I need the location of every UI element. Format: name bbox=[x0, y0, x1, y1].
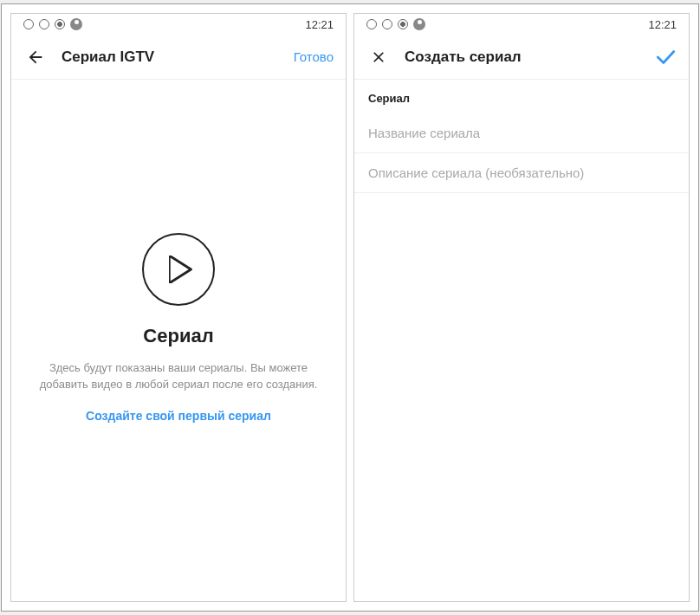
status-bar: 12:21 bbox=[354, 14, 689, 35]
status-icon bbox=[39, 19, 49, 29]
shazam-icon bbox=[413, 18, 425, 30]
status-icon bbox=[23, 19, 34, 29]
series-name-input[interactable] bbox=[354, 113, 689, 153]
app-header: Создать сериал bbox=[354, 35, 689, 80]
status-bar-icons bbox=[23, 18, 82, 30]
status-icon bbox=[398, 19, 408, 29]
play-circle-icon bbox=[142, 233, 215, 306]
form-section-label: Сериал bbox=[354, 80, 689, 113]
content-area: Сериал bbox=[354, 80, 689, 601]
status-icon bbox=[382, 19, 392, 29]
close-button[interactable] bbox=[366, 45, 391, 69]
status-time: 12:21 bbox=[305, 18, 334, 31]
status-icon bbox=[366, 19, 377, 29]
phone-screen-create-series: 12:21 Создать сериал Сериал bbox=[353, 13, 690, 602]
series-description-input[interactable] bbox=[354, 153, 689, 193]
empty-state-description: Здесь будут показаны ваши сериалы. Вы мо… bbox=[37, 359, 320, 393]
play-icon bbox=[169, 256, 193, 283]
content-area: Сериал Здесь будут показаны ваши сериалы… bbox=[11, 80, 346, 601]
page-title: Создать сериал bbox=[405, 49, 654, 66]
close-icon bbox=[370, 49, 387, 66]
empty-state-title: Сериал bbox=[143, 325, 213, 347]
status-icon bbox=[55, 19, 65, 29]
create-first-series-link[interactable]: Создайте свой первый сериал bbox=[86, 409, 271, 423]
empty-state: Сериал Здесь будут показаны ваши сериалы… bbox=[11, 54, 346, 601]
confirm-button[interactable] bbox=[654, 46, 677, 68]
shazam-icon bbox=[70, 18, 82, 30]
check-icon bbox=[654, 46, 677, 68]
phone-screen-igtv-series: 12:21 Сериал IGTV Готово Сериал Здесь бу… bbox=[10, 13, 347, 602]
status-time: 12:21 bbox=[648, 18, 677, 31]
status-bar-icons bbox=[366, 18, 425, 30]
status-bar: 12:21 bbox=[11, 14, 346, 35]
